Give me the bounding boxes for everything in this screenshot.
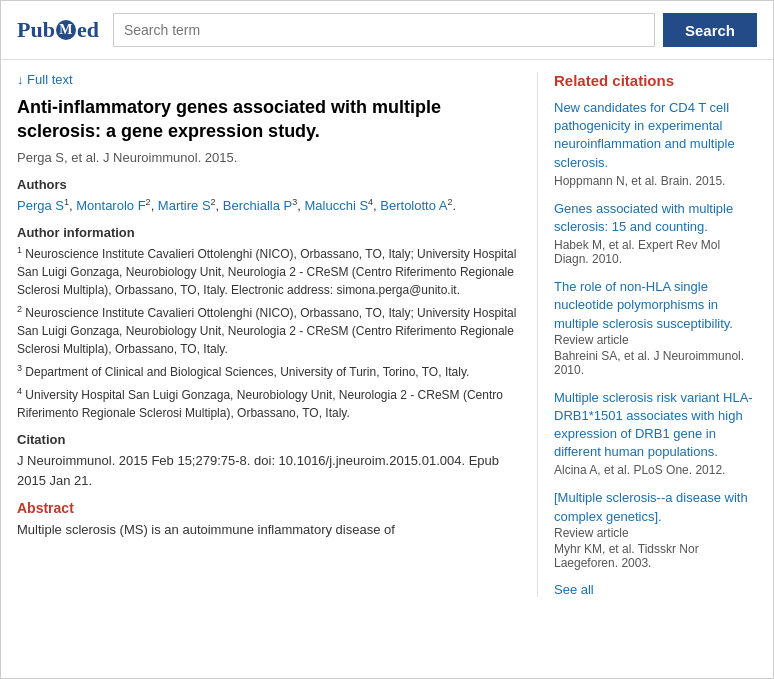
related-item-2: Genes associated with multiple sclerosis… bbox=[554, 200, 757, 266]
related-item-4: Multiple sclerosis risk variant HLA-DRB1… bbox=[554, 389, 757, 478]
author-montarolo[interactable]: Montarolo F bbox=[76, 198, 145, 213]
author-bertolotto-sup: 2 bbox=[448, 197, 453, 207]
author-malucchi-sup: 4 bbox=[368, 197, 373, 207]
author-berchialla[interactable]: Berchialla P bbox=[223, 198, 292, 213]
related-item-5-link[interactable]: [Multiple sclerosis--a disease with comp… bbox=[554, 489, 757, 525]
related-item-3-link[interactable]: The role of non-HLA single nucleotide po… bbox=[554, 278, 757, 333]
related-item-4-link[interactable]: Multiple sclerosis risk variant HLA-DRB1… bbox=[554, 389, 757, 462]
fulltext-link[interactable]: ↓ Full text bbox=[17, 72, 73, 87]
authors-section-title: Authors bbox=[17, 177, 517, 192]
logo-ed-text: ed bbox=[77, 17, 99, 43]
author-martire-sup: 2 bbox=[211, 197, 216, 207]
related-item-1: New candidates for CD4 T cell pathogenic… bbox=[554, 99, 757, 188]
logo-m-circle: M bbox=[56, 20, 76, 40]
author-bertolotto[interactable]: Bertolotto A bbox=[380, 198, 447, 213]
related-item-2-link[interactable]: Genes associated with multiple sclerosis… bbox=[554, 200, 757, 236]
author-montarolo-sup: 2 bbox=[146, 197, 151, 207]
citation-text: J Neuroimmunol. 2015 Feb 15;279:75-8. do… bbox=[17, 451, 517, 490]
author-berchialla-sup: 3 bbox=[292, 197, 297, 207]
citation-section-title: Citation bbox=[17, 432, 517, 447]
related-item-4-meta: Alcina A, et al. PLoS One. 2012. bbox=[554, 463, 757, 477]
article-column: ↓ Full text Anti-inflammatory genes asso… bbox=[17, 72, 537, 597]
search-input[interactable] bbox=[113, 13, 655, 47]
citation-section: Citation J Neuroimmunol. 2015 Feb 15;279… bbox=[17, 432, 517, 490]
authors-list: Perga S1, Montarolo F2, Martire S2, Berc… bbox=[17, 196, 517, 216]
author-info-section-title: Author information bbox=[17, 225, 517, 240]
related-column: Related citations New candidates for CD4… bbox=[537, 72, 757, 597]
author-perga-sup: 1 bbox=[64, 197, 69, 207]
related-item-5-meta: Myhr KM, et al. Tidsskr Nor Laegeforen. … bbox=[554, 542, 757, 570]
related-item-3-review: Review article bbox=[554, 333, 757, 347]
related-item-1-link[interactable]: New candidates for CD4 T cell pathogenic… bbox=[554, 99, 757, 172]
author-info-4: 4 University Hospital San Luigi Gonzaga,… bbox=[17, 385, 517, 422]
author-info-1: 1 Neuroscience Institute Cavalieri Ottol… bbox=[17, 244, 517, 299]
see-all-link[interactable]: See all bbox=[554, 582, 594, 597]
author-malucchi[interactable]: Malucchi S bbox=[304, 198, 368, 213]
author-info-3: 3 Department of Clinical and Biological … bbox=[17, 362, 517, 381]
related-item-5: [Multiple sclerosis--a disease with comp… bbox=[554, 489, 757, 569]
logo-pub-text: Pub bbox=[17, 17, 55, 43]
article-title: Anti-inflammatory genes associated with … bbox=[17, 95, 517, 144]
search-button[interactable]: Search bbox=[663, 13, 757, 47]
pubmed-logo: PubMed bbox=[17, 17, 99, 43]
abstract-title: Abstract bbox=[17, 500, 517, 516]
author-martire[interactable]: Martire S bbox=[158, 198, 211, 213]
related-item-3: The role of non-HLA single nucleotide po… bbox=[554, 278, 757, 377]
related-item-5-review: Review article bbox=[554, 526, 757, 540]
author-perga[interactable]: Perga S bbox=[17, 198, 64, 213]
author-info-2: 2 Neuroscience Institute Cavalieri Ottol… bbox=[17, 303, 517, 358]
related-item-3-meta: Bahreini SA, et al. J Neuroimmunol. 2010… bbox=[554, 349, 757, 377]
related-item-2-meta: Habek M, et al. Expert Rev Mol Diagn. 20… bbox=[554, 238, 757, 266]
header: PubMed Search bbox=[1, 1, 773, 60]
related-citations-title: Related citations bbox=[554, 72, 757, 89]
article-meta: Perga S, et al. J Neuroimmunol. 2015. bbox=[17, 150, 517, 165]
related-item-1-meta: Hoppmann N, et al. Brain. 2015. bbox=[554, 174, 757, 188]
abstract-text: Multiple sclerosis (MS) is an autoimmune… bbox=[17, 520, 517, 540]
main-content: ↓ Full text Anti-inflammatory genes asso… bbox=[1, 60, 773, 613]
author-info: 1 Neuroscience Institute Cavalieri Ottol… bbox=[17, 244, 517, 422]
